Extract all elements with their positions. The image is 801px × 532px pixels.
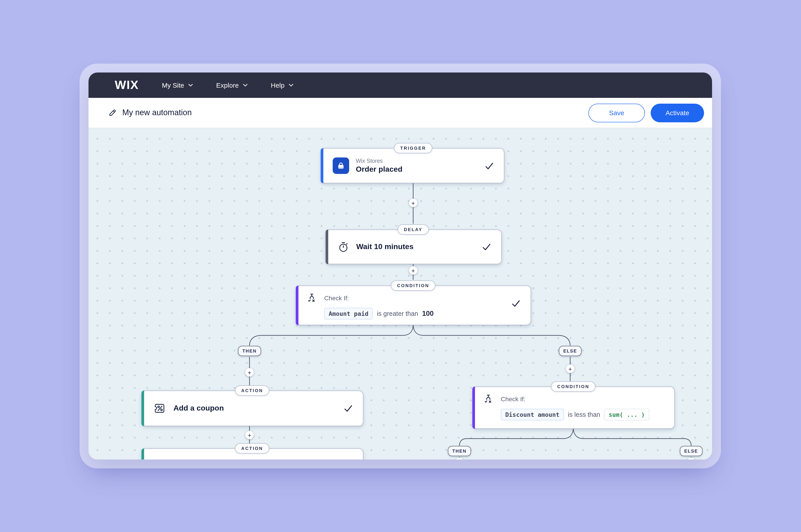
- condition-value: 100: [422, 309, 434, 318]
- condition-operator: is less than: [568, 411, 600, 418]
- trigger-app-name: Wix Stores: [356, 158, 402, 164]
- page: WIX My Site Explore Help My new automati…: [0, 0, 801, 532]
- condition-field-chip[interactable]: Discount amount: [501, 409, 564, 420]
- nav-item-explore[interactable]: Explore: [216, 81, 248, 89]
- add-step-button[interactable]: [455, 457, 464, 459]
- else-branch-pill[interactable]: ELSE: [559, 346, 581, 356]
- condition-badge: CONDITION: [551, 381, 596, 392]
- trigger-card-order-placed[interactable]: Wix Stores Order placed: [321, 148, 504, 183]
- page-title[interactable]: My new automation: [122, 108, 192, 117]
- delay-accent-bar: [326, 229, 328, 264]
- delay-title: Wait 10 minutes: [356, 243, 414, 251]
- completed-check-icon: [343, 404, 353, 412]
- condition-prompt: Check If:: [324, 293, 349, 302]
- nav-item-label: Help: [271, 81, 285, 89]
- condition-accent-bar: [296, 286, 299, 325]
- nav-item-label: Explore: [216, 81, 239, 89]
- chevron-down-icon: [288, 83, 293, 87]
- branch-condition-icon: [306, 293, 318, 305]
- wix-stores-app-icon: [333, 157, 349, 174]
- action-accent-bar: [141, 391, 144, 426]
- completed-check-icon: [511, 299, 521, 307]
- else-branch-pill[interactable]: ELSE: [680, 446, 703, 456]
- then-branch-pill[interactable]: THEN: [238, 346, 261, 356]
- condition-prompt: Check If:: [501, 394, 526, 402]
- add-step-button[interactable]: +: [245, 368, 254, 377]
- app-window: WIX My Site Explore Help My new automati…: [89, 73, 712, 459]
- branch-condition-icon: [482, 394, 495, 406]
- action-title: Add a coupon: [173, 404, 224, 413]
- add-step-button[interactable]: +: [245, 431, 254, 439]
- trigger-text: Wix Stores Order placed: [356, 158, 402, 174]
- then-branch-pill[interactable]: THEN: [448, 446, 471, 456]
- delay-badge: DELAY: [398, 224, 429, 235]
- edit-pencil-icon[interactable]: [108, 109, 116, 117]
- condition-card-discount-amount[interactable]: Check If: Discount amount is less than s…: [472, 386, 675, 429]
- completed-check-icon: [482, 243, 492, 251]
- action-card-add-a-coupon[interactable]: Add a coupon: [141, 391, 363, 426]
- chevron-down-icon: [243, 83, 248, 87]
- stopwatch-icon: [338, 241, 349, 253]
- action-badge: ACTION: [235, 443, 269, 454]
- automation-header: My new automation Save Activate: [89, 98, 712, 128]
- delay-card-wait-10-minutes[interactable]: Wait 10 minutes: [326, 229, 502, 264]
- activate-button[interactable]: Activate: [651, 103, 704, 122]
- add-step-button[interactable]: +: [409, 198, 417, 207]
- chevron-down-icon: [188, 83, 193, 87]
- action-badge: ACTION: [235, 385, 269, 396]
- condition-operator: is greater than: [377, 310, 418, 317]
- shopping-bag-icon: [336, 161, 346, 170]
- nav-item-help[interactable]: Help: [271, 81, 293, 89]
- trigger-accent-bar: [321, 148, 323, 183]
- condition-formula-chip[interactable]: sum( ... ): [604, 409, 649, 420]
- add-step-button[interactable]: [687, 457, 695, 459]
- wix-logo: WIX: [115, 79, 139, 91]
- automation-canvas[interactable]: TRIGGER Wix Stores Order placed: [89, 128, 712, 459]
- condition-field-chip[interactable]: Amount paid: [324, 308, 373, 319]
- save-button[interactable]: Save: [588, 103, 645, 122]
- condition-card-amount-paid[interactable]: Check If: Amount paid is greater than 10…: [296, 286, 531, 325]
- top-navbar: WIX My Site Explore Help: [89, 73, 712, 98]
- nav-item-my-site[interactable]: My Site: [162, 81, 193, 89]
- coupon-ticket-icon: [153, 402, 167, 415]
- title-group: My new automation: [108, 108, 588, 117]
- condition-badge: CONDITION: [391, 281, 436, 291]
- add-step-button[interactable]: +: [409, 266, 417, 275]
- completed-check-icon: [484, 162, 494, 170]
- action-accent-bar: [141, 449, 144, 459]
- trigger-badge: TRIGGER: [394, 143, 432, 153]
- add-step-button[interactable]: +: [566, 364, 574, 373]
- trigger-title: Order placed: [356, 165, 402, 174]
- condition-accent-bar: [472, 386, 475, 429]
- nav-item-label: My Site: [162, 81, 184, 89]
